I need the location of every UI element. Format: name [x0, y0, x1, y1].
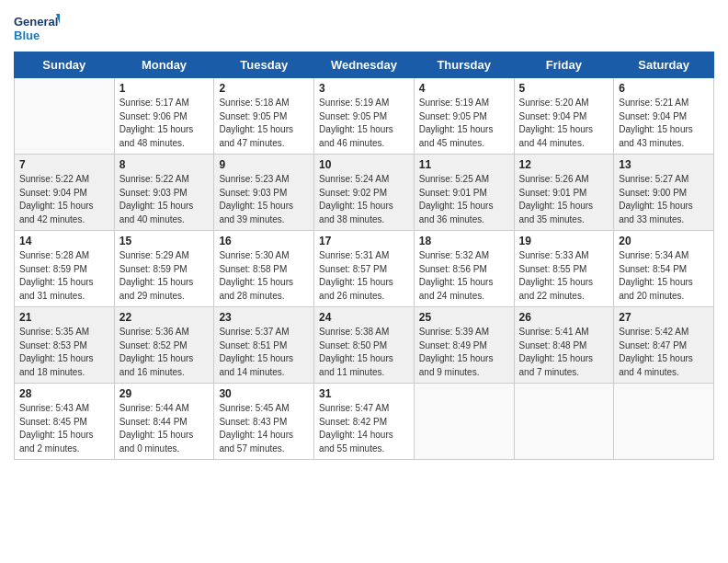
calendar-cell: 20Sunrise: 5:34 AMSunset: 8:54 PMDayligh…	[614, 231, 714, 307]
calendar-cell: 9Sunrise: 5:23 AMSunset: 9:03 PMDaylight…	[214, 155, 314, 231]
calendar-cell: 21Sunrise: 5:35 AMSunset: 8:53 PMDayligh…	[15, 307, 115, 384]
calendar-week-row: 21Sunrise: 5:35 AMSunset: 8:53 PMDayligh…	[15, 307, 714, 384]
day-info: Sunrise: 5:31 AMSunset: 8:57 PMDaylight:…	[319, 249, 409, 303]
weekday-header-sunday: Sunday	[15, 52, 115, 78]
day-info: Sunrise: 5:26 AMSunset: 9:01 PMDaylight:…	[519, 173, 609, 226]
calendar-table: SundayMondayTuesdayWednesdayThursdayFrid…	[14, 52, 714, 460]
day-number: 1	[119, 82, 210, 95]
calendar-cell: 17Sunrise: 5:31 AMSunset: 8:57 PMDayligh…	[314, 231, 415, 307]
calendar-cell: 16Sunrise: 5:30 AMSunset: 8:58 PMDayligh…	[214, 231, 314, 307]
day-number: 17	[319, 235, 409, 247]
day-info: Sunrise: 5:32 AMSunset: 8:56 PMDaylight:…	[419, 249, 509, 303]
day-info: Sunrise: 5:47 AMSunset: 8:42 PMDaylight:…	[319, 402, 409, 455]
calendar-cell: 18Sunrise: 5:32 AMSunset: 8:56 PMDayligh…	[414, 231, 514, 307]
day-info: Sunrise: 5:41 AMSunset: 8:48 PMDaylight:…	[519, 326, 609, 379]
weekday-header-saturday: Saturday	[614, 52, 714, 78]
calendar-body: 1Sunrise: 5:17 AMSunset: 9:06 PMDaylight…	[15, 78, 714, 460]
calendar-cell: 6Sunrise: 5:21 AMSunset: 9:04 PMDaylight…	[614, 78, 714, 155]
svg-text:Blue: Blue	[14, 29, 40, 42]
day-info: Sunrise: 5:35 AMSunset: 8:53 PMDaylight:…	[19, 326, 109, 379]
day-info: Sunrise: 5:38 AMSunset: 8:50 PMDaylight:…	[319, 326, 409, 379]
weekday-header-thursday: Thursday	[414, 52, 514, 78]
logo-svg: General Blue	[14, 9, 60, 46]
weekday-header-wednesday: Wednesday	[314, 52, 415, 78]
calendar-cell: 5Sunrise: 5:20 AMSunset: 9:04 PMDaylight…	[514, 78, 614, 155]
day-info: Sunrise: 5:17 AMSunset: 9:06 PMDaylight:…	[119, 97, 210, 150]
day-info: Sunrise: 5:22 AMSunset: 9:03 PMDaylight:…	[119, 173, 210, 226]
day-number: 28	[19, 387, 109, 400]
day-info: Sunrise: 5:23 AMSunset: 9:03 PMDaylight:…	[219, 173, 309, 226]
calendar-cell: 24Sunrise: 5:38 AMSunset: 8:50 PMDayligh…	[314, 307, 415, 384]
calendar-cell	[514, 384, 614, 460]
day-number: 27	[619, 311, 709, 324]
day-number: 4	[419, 82, 509, 95]
svg-text:General: General	[14, 15, 58, 29]
calendar-week-row: 1Sunrise: 5:17 AMSunset: 9:06 PMDaylight…	[15, 78, 714, 155]
weekday-header-friday: Friday	[514, 52, 614, 78]
day-info: Sunrise: 5:29 AMSunset: 8:59 PMDaylight:…	[119, 249, 210, 303]
day-number: 22	[119, 311, 210, 324]
day-info: Sunrise: 5:37 AMSunset: 8:51 PMDaylight:…	[219, 326, 309, 379]
day-info: Sunrise: 5:34 AMSunset: 8:54 PMDaylight:…	[619, 249, 709, 303]
calendar-cell	[15, 78, 115, 155]
day-number: 8	[119, 158, 210, 171]
day-number: 31	[319, 387, 409, 400]
calendar-cell: 10Sunrise: 5:24 AMSunset: 9:02 PMDayligh…	[314, 155, 415, 231]
day-info: Sunrise: 5:33 AMSunset: 8:55 PMDaylight:…	[519, 249, 609, 303]
weekday-header-monday: Monday	[114, 52, 214, 78]
calendar-cell: 7Sunrise: 5:22 AMSunset: 9:04 PMDaylight…	[15, 155, 115, 231]
day-info: Sunrise: 5:39 AMSunset: 8:49 PMDaylight:…	[419, 326, 509, 379]
calendar-cell: 30Sunrise: 5:45 AMSunset: 8:43 PMDayligh…	[214, 384, 314, 460]
day-info: Sunrise: 5:19 AMSunset: 9:05 PMDaylight:…	[319, 97, 409, 150]
day-number: 11	[419, 158, 509, 171]
day-info: Sunrise: 5:18 AMSunset: 9:05 PMDaylight:…	[219, 97, 309, 150]
calendar-header: SundayMondayTuesdayWednesdayThursdayFrid…	[15, 52, 714, 78]
calendar-cell: 11Sunrise: 5:25 AMSunset: 9:01 PMDayligh…	[414, 155, 514, 231]
calendar-week-row: 28Sunrise: 5:43 AMSunset: 8:45 PMDayligh…	[15, 384, 714, 460]
calendar-week-row: 7Sunrise: 5:22 AMSunset: 9:04 PMDaylight…	[15, 155, 714, 231]
day-info: Sunrise: 5:36 AMSunset: 8:52 PMDaylight:…	[119, 326, 210, 379]
day-info: Sunrise: 5:43 AMSunset: 8:45 PMDaylight:…	[19, 402, 109, 455]
day-number: 12	[519, 158, 609, 171]
day-number: 2	[219, 82, 309, 95]
day-number: 6	[619, 82, 709, 95]
day-number: 29	[119, 387, 210, 400]
day-info: Sunrise: 5:28 AMSunset: 8:59 PMDaylight:…	[19, 249, 109, 303]
weekday-header-row: SundayMondayTuesdayWednesdayThursdayFrid…	[15, 52, 714, 78]
day-number: 15	[119, 235, 210, 247]
day-info: Sunrise: 5:27 AMSunset: 9:00 PMDaylight:…	[619, 173, 709, 226]
calendar-cell: 4Sunrise: 5:19 AMSunset: 9:05 PMDaylight…	[414, 78, 514, 155]
day-number: 7	[19, 158, 109, 171]
day-number: 18	[419, 235, 509, 247]
day-number: 13	[619, 158, 709, 171]
logo: General Blue	[14, 9, 60, 46]
day-number: 25	[419, 311, 509, 324]
calendar-week-row: 14Sunrise: 5:28 AMSunset: 8:59 PMDayligh…	[15, 231, 714, 307]
day-info: Sunrise: 5:24 AMSunset: 9:02 PMDaylight:…	[319, 173, 409, 226]
day-info: Sunrise: 5:22 AMSunset: 9:04 PMDaylight:…	[19, 173, 109, 226]
calendar-cell: 28Sunrise: 5:43 AMSunset: 8:45 PMDayligh…	[15, 384, 115, 460]
calendar-cell: 12Sunrise: 5:26 AMSunset: 9:01 PMDayligh…	[514, 155, 614, 231]
page-header: General Blue	[14, 9, 714, 46]
day-number: 10	[319, 158, 409, 171]
day-number: 5	[519, 82, 609, 95]
day-number: 20	[619, 235, 709, 247]
calendar-cell: 23Sunrise: 5:37 AMSunset: 8:51 PMDayligh…	[214, 307, 314, 384]
calendar-cell: 8Sunrise: 5:22 AMSunset: 9:03 PMDaylight…	[114, 155, 214, 231]
weekday-header-tuesday: Tuesday	[214, 52, 314, 78]
day-info: Sunrise: 5:44 AMSunset: 8:44 PMDaylight:…	[119, 402, 210, 455]
day-info: Sunrise: 5:21 AMSunset: 9:04 PMDaylight:…	[619, 97, 709, 150]
day-number: 21	[19, 311, 109, 324]
day-info: Sunrise: 5:42 AMSunset: 8:47 PMDaylight:…	[619, 326, 709, 379]
day-info: Sunrise: 5:45 AMSunset: 8:43 PMDaylight:…	[219, 402, 309, 455]
day-number: 30	[219, 387, 309, 400]
day-number: 24	[319, 311, 409, 324]
day-number: 9	[219, 158, 309, 171]
day-number: 26	[519, 311, 609, 324]
calendar-cell	[614, 384, 714, 460]
day-number: 14	[19, 235, 109, 247]
calendar-cell: 15Sunrise: 5:29 AMSunset: 8:59 PMDayligh…	[114, 231, 214, 307]
calendar-cell: 19Sunrise: 5:33 AMSunset: 8:55 PMDayligh…	[514, 231, 614, 307]
calendar-cell: 3Sunrise: 5:19 AMSunset: 9:05 PMDaylight…	[314, 78, 415, 155]
day-info: Sunrise: 5:20 AMSunset: 9:04 PMDaylight:…	[519, 97, 609, 150]
